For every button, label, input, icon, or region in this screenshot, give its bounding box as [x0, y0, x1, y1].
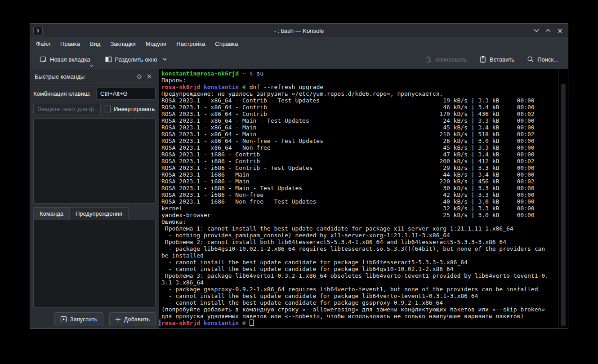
- terminal-line: kernel 32 kB/s | 3.3 kB 00:00: [161, 205, 557, 212]
- konsole-window: - : bash — Konsole Файл Правка Вид Закла…: [30, 23, 568, 329]
- close-icon: [147, 74, 152, 79]
- run-label: Запустить: [70, 316, 98, 323]
- panel-title: Быстрые команды: [35, 73, 134, 80]
- terminal-line: - cannot install the best update candida…: [161, 299, 557, 306]
- invert-label: Инвертировать: [114, 106, 155, 112]
- add-label: Добавить: [124, 316, 150, 323]
- terminal-line: rosa-nk6rjd konstantin #: [161, 320, 557, 326]
- close-panel-button[interactable]: [144, 73, 154, 80]
- terminal-line: yandex-browser 25 kB/s | 3.0 kB 00:00: [161, 212, 557, 218]
- split-view-button[interactable]: Разделить окно: [101, 53, 171, 66]
- command-text-area[interactable]: [33, 220, 156, 308]
- terminal-line: для пропуска удаляемых пакетов или «--no…: [161, 313, 557, 320]
- terminal-line: ROSA 2023.1 - i686 - Contrib 200 kB/s | …: [161, 158, 557, 164]
- terminal-line: ROSA 2023.1 - x86_64 - Non-free 45 kB/s …: [161, 144, 557, 151]
- new-tab-icon: [40, 56, 47, 63]
- shortcut-input[interactable]: [96, 88, 156, 100]
- terminal-cursor: [250, 320, 254, 326]
- find-label: Поиск...: [537, 56, 558, 63]
- menu-item-edit[interactable]: Правка: [55, 39, 85, 49]
- terminal-line: ROSA 2023.1 - i686 - Main 220 kB/s | 456…: [161, 178, 557, 185]
- terminal-line: ROSA 2023.1 - i686 - Contrib 47 kB/s | 3…: [161, 151, 557, 158]
- copy-icon: [425, 56, 432, 63]
- terminal-line: - cannot install the best update candida…: [161, 266, 557, 272]
- new-tab-label: Новая вкладка: [50, 56, 90, 63]
- terminal-line: Проблема 2: cannot install both lib64tes…: [161, 239, 557, 245]
- terminal-line: Проблема 1: cannot install the best upda…: [161, 225, 557, 232]
- run-icon: [60, 316, 67, 323]
- find-button[interactable]: Поиск...: [523, 53, 562, 66]
- terminal-line: Ошибка:: [161, 218, 557, 225]
- panel-header[interactable]: Быстрые команды: [30, 69, 159, 84]
- chevron-down-icon: [163, 58, 167, 61]
- float-panel-button[interactable]: [134, 73, 144, 80]
- run-button[interactable]: Запустить: [54, 312, 103, 326]
- terminal-line: ROSA 2023.1 - x86_64 - Main 210 kB/s | 5…: [161, 131, 557, 138]
- titlebar[interactable]: - : bash — Konsole: [30, 24, 568, 37]
- scrollbar-thumb[interactable]: [561, 84, 566, 326]
- minimize-button[interactable]: [534, 28, 539, 33]
- copy-label: Копировать: [435, 56, 467, 63]
- terminal-line: ROSA 2023.1 - i686 - Main 44 kB/s | 3.4 …: [161, 171, 557, 178]
- terminal-line: Пароль:: [161, 77, 557, 84]
- terminal-line: ROSA 2023.1 - x86_64 - Contrib 170 kB/s …: [161, 111, 557, 117]
- terminal-line: Проблема 3: package lib64verto1-0.3.2-1.…: [161, 272, 557, 279]
- paste-button[interactable]: Вставить: [475, 53, 518, 66]
- menu-item-file[interactable]: Файл: [31, 39, 55, 49]
- invert-checkbox[interactable]: [104, 106, 111, 112]
- add-button[interactable]: Добавить: [109, 312, 156, 326]
- terminal-line: be installed: [161, 252, 557, 259]
- menubar: Файл Правка Вид Закладки Модули Настройк…: [30, 37, 568, 50]
- copy-button: Копировать: [421, 53, 471, 66]
- tab-warnings[interactable]: Предупреждения: [70, 207, 129, 220]
- terminal-line: Предупреждение: не удалось загрузить «/e…: [161, 90, 557, 97]
- konsole-app-icon: [33, 26, 43, 36]
- terminal-line: ROSA 2023.1 - i686 - Contrib - Test Upda…: [161, 164, 557, 171]
- active-line-indicator: [159, 320, 161, 326]
- terminal-screen[interactable]: konstantin@rosa-nk6rjd ~ $ suПароль:rosa…: [159, 69, 568, 328]
- terminal-line: 3.1-3.x86_64: [161, 279, 557, 286]
- menu-item-bookmarks[interactable]: Закладки: [105, 39, 140, 49]
- paste-label: Вставить: [490, 56, 514, 63]
- close-button[interactable]: [557, 28, 562, 33]
- terminal-line: ROSA 2023.1 - x86_64 - Contrib 46 kB/s |…: [161, 104, 557, 111]
- maximize-button[interactable]: [545, 28, 551, 33]
- quick-commands-panel: Быстрые команды Комбинация клавиш:: [30, 69, 159, 328]
- terminal-line: ROSA 2023.1 - i686 - Non-free - Test Upd…: [161, 198, 557, 205]
- terminal-line: ROSA 2023.1 - x86_64 - Contrib - Test Up…: [161, 97, 557, 104]
- terminal-line: ROSA 2023.1 - i686 - Non-free 42 kB/s | …: [161, 191, 557, 198]
- menu-item-view[interactable]: Вид: [85, 39, 106, 49]
- float-diamond-icon: [137, 74, 142, 79]
- menu-item-plugins[interactable]: Модули: [141, 39, 172, 49]
- filter-input[interactable]: [33, 103, 101, 115]
- split-view-icon: [105, 56, 112, 63]
- search-icon: [527, 56, 534, 63]
- terminal-line: konstantin@rosa-nk6rjd ~ $ su: [161, 70, 557, 77]
- terminal-line: ROSA 2023.1 - i686 - Main - Test Updates…: [161, 185, 557, 191]
- terminal-line: - package gssproxy-0.9.2-1.x86_64 requir…: [161, 286, 557, 293]
- commands-list[interactable]: [33, 118, 156, 204]
- terminal-line: ROSA 2023.1 - x86_64 - Non-free - Test U…: [161, 138, 557, 144]
- terminal-line: ROSA 2023.1 - x86_64 - Main 45 kB/s | 3.…: [161, 124, 557, 131]
- new-tab-button[interactable]: Новая вкладка: [36, 53, 94, 66]
- paste-clipboard-icon: [479, 56, 486, 63]
- plus-icon: [115, 316, 121, 322]
- terminal-line: - package lib64gs10-10.02.1-2.x86_64 req…: [161, 245, 557, 252]
- terminal-line: - cannot install the best update candida…: [161, 293, 557, 299]
- terminal-line: rosa-nk6rjd konstantin # dnf --refresh u…: [161, 84, 557, 90]
- toolbar: Новая вкладка Разделить окно Копировать: [30, 50, 568, 69]
- menu-item-help[interactable]: Справка: [210, 39, 243, 49]
- shortcut-label: Комбинация клавиш:: [33, 90, 96, 97]
- terminal-line: - cannot install the best update candida…: [161, 259, 557, 266]
- split-view-label: Разделить окно: [115, 56, 157, 63]
- terminal-line: (попробуйте добавить в командную строку …: [161, 306, 557, 313]
- terminal-scrollbar[interactable]: [558, 69, 568, 328]
- panel-tabs: Команда Предупреждения: [33, 207, 156, 220]
- tab-command[interactable]: Команда: [33, 207, 70, 220]
- menu-item-settings[interactable]: Настройка: [171, 39, 210, 49]
- new-tab-menu-arrow-icon[interactable]: [90, 65, 93, 67]
- window-title: - : bash — Konsole: [274, 27, 324, 34]
- terminal-line: - nothing provides pam(pam_console) need…: [161, 232, 557, 239]
- terminal-line: ROSA 2023.1 - x86_64 - Main - Test Updat…: [161, 117, 557, 124]
